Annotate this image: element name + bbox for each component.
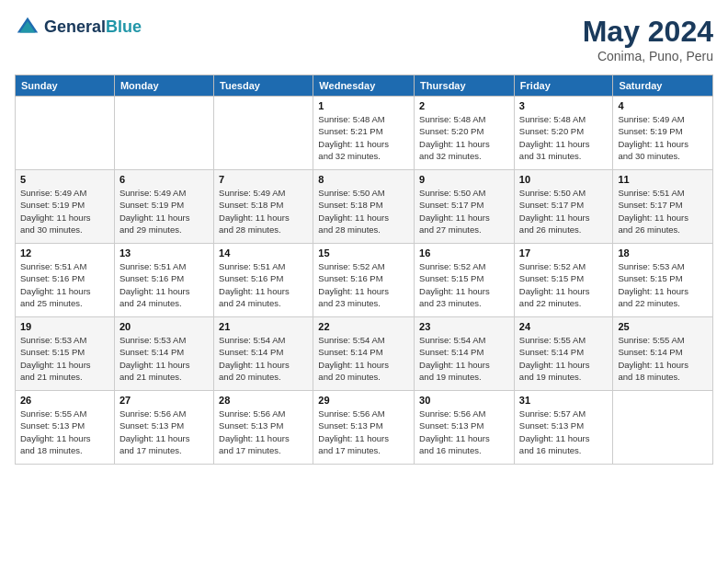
day-info: Sunrise: 5:56 AM Sunset: 5:13 PM Dayligh… <box>419 408 509 456</box>
calendar-cell: 16Sunrise: 5:52 AM Sunset: 5:15 PM Dayli… <box>415 244 515 317</box>
calendar-cell: 23Sunrise: 5:54 AM Sunset: 5:14 PM Dayli… <box>415 317 515 391</box>
calendar-cell: 26Sunrise: 5:55 AM Sunset: 5:13 PM Dayli… <box>16 391 115 465</box>
day-number: 17 <box>519 247 609 259</box>
day-number: 9 <box>419 174 509 185</box>
calendar-cell: 11Sunrise: 5:51 AM Sunset: 5:17 PM Dayli… <box>613 170 713 244</box>
day-number: 4 <box>618 100 708 111</box>
day-info: Sunrise: 5:48 AM Sunset: 5:20 PM Dayligh… <box>519 113 609 162</box>
calendar-cell: 17Sunrise: 5:52 AM Sunset: 5:15 PM Dayli… <box>514 244 613 317</box>
day-number: 31 <box>519 395 609 406</box>
calendar-cell: 14Sunrise: 5:51 AM Sunset: 5:16 PM Dayli… <box>214 244 313 317</box>
month-year: May 2024 <box>583 15 713 49</box>
day-number: 14 <box>219 247 308 259</box>
calendar-cell: 12Sunrise: 5:51 AM Sunset: 5:16 PM Dayli… <box>16 244 115 317</box>
location: Conima, Puno, Peru <box>583 49 713 63</box>
day-info: Sunrise: 5:53 AM Sunset: 5:14 PM Dayligh… <box>119 334 209 383</box>
day-number: 5 <box>20 174 109 185</box>
logo: GeneralBlue <box>15 15 142 40</box>
day-info: Sunrise: 5:56 AM Sunset: 5:13 PM Dayligh… <box>219 408 308 456</box>
weekday-header: Wednesday <box>313 75 415 97</box>
day-info: Sunrise: 5:51 AM Sunset: 5:17 PM Dayligh… <box>618 187 708 236</box>
day-info: Sunrise: 5:56 AM Sunset: 5:13 PM Dayligh… <box>318 408 409 456</box>
calendar-cell <box>114 97 213 170</box>
day-number: 20 <box>119 321 209 332</box>
day-info: Sunrise: 5:48 AM Sunset: 5:20 PM Dayligh… <box>419 113 509 162</box>
calendar-week-row: 12Sunrise: 5:51 AM Sunset: 5:16 PM Dayli… <box>16 244 713 317</box>
day-info: Sunrise: 5:55 AM Sunset: 5:14 PM Dayligh… <box>618 334 708 383</box>
day-number: 1 <box>318 100 409 111</box>
day-info: Sunrise: 5:54 AM Sunset: 5:14 PM Dayligh… <box>318 334 409 383</box>
calendar-cell: 24Sunrise: 5:55 AM Sunset: 5:14 PM Dayli… <box>514 317 613 391</box>
weekday-header: Monday <box>114 75 213 97</box>
day-info: Sunrise: 5:50 AM Sunset: 5:17 PM Dayligh… <box>419 187 509 236</box>
day-info: Sunrise: 5:49 AM Sunset: 5:19 PM Dayligh… <box>20 187 109 236</box>
calendar-cell <box>16 97 115 170</box>
calendar-cell: 20Sunrise: 5:53 AM Sunset: 5:14 PM Dayli… <box>114 317 213 391</box>
calendar-cell: 9Sunrise: 5:50 AM Sunset: 5:17 PM Daylig… <box>415 170 515 244</box>
calendar-week-row: 19Sunrise: 5:53 AM Sunset: 5:15 PM Dayli… <box>16 317 713 391</box>
day-number: 29 <box>318 395 409 406</box>
calendar-cell: 30Sunrise: 5:56 AM Sunset: 5:13 PM Dayli… <box>415 391 515 465</box>
day-number: 19 <box>20 321 109 332</box>
page-header: GeneralBlue May 2024 Conima, Puno, Peru <box>15 15 713 63</box>
weekday-header: Friday <box>514 75 613 97</box>
day-info: Sunrise: 5:50 AM Sunset: 5:18 PM Dayligh… <box>318 187 409 236</box>
day-info: Sunrise: 5:51 AM Sunset: 5:16 PM Dayligh… <box>20 260 109 309</box>
day-info: Sunrise: 5:53 AM Sunset: 5:15 PM Dayligh… <box>618 260 708 309</box>
day-info: Sunrise: 5:52 AM Sunset: 5:15 PM Dayligh… <box>519 260 609 309</box>
day-number: 11 <box>618 174 708 185</box>
day-number: 30 <box>419 395 509 406</box>
weekday-header: Thursday <box>415 75 515 97</box>
day-info: Sunrise: 5:53 AM Sunset: 5:15 PM Dayligh… <box>20 334 109 383</box>
calendar-cell: 7Sunrise: 5:49 AM Sunset: 5:18 PM Daylig… <box>214 170 313 244</box>
day-number: 15 <box>318 247 409 259</box>
day-info: Sunrise: 5:52 AM Sunset: 5:15 PM Dayligh… <box>419 260 509 309</box>
calendar-cell: 15Sunrise: 5:52 AM Sunset: 5:16 PM Dayli… <box>313 244 415 317</box>
calendar-table: SundayMondayTuesdayWednesdayThursdayFrid… <box>15 75 713 465</box>
day-info: Sunrise: 5:48 AM Sunset: 5:21 PM Dayligh… <box>318 113 409 162</box>
day-number: 8 <box>318 174 409 185</box>
day-number: 10 <box>519 174 609 185</box>
logo-text: GeneralBlue <box>44 18 142 37</box>
calendar-week-row: 1Sunrise: 5:48 AM Sunset: 5:21 PM Daylig… <box>16 97 713 170</box>
weekday-header: Sunday <box>16 75 115 97</box>
calendar-cell: 13Sunrise: 5:51 AM Sunset: 5:16 PM Dayli… <box>114 244 213 317</box>
calendar-cell: 21Sunrise: 5:54 AM Sunset: 5:14 PM Dayli… <box>214 317 313 391</box>
weekday-header: Saturday <box>613 75 713 97</box>
calendar-cell <box>613 391 713 465</box>
calendar-cell: 3Sunrise: 5:48 AM Sunset: 5:20 PM Daylig… <box>514 97 613 170</box>
calendar-cell: 27Sunrise: 5:56 AM Sunset: 5:13 PM Dayli… <box>114 391 213 465</box>
weekday-header-row: SundayMondayTuesdayWednesdayThursdayFrid… <box>16 75 713 97</box>
day-number: 2 <box>419 100 509 111</box>
calendar-cell: 8Sunrise: 5:50 AM Sunset: 5:18 PM Daylig… <box>313 170 415 244</box>
logo-icon <box>15 15 40 40</box>
day-info: Sunrise: 5:49 AM Sunset: 5:18 PM Dayligh… <box>219 187 308 236</box>
day-number: 25 <box>618 321 708 332</box>
day-info: Sunrise: 5:55 AM Sunset: 5:13 PM Dayligh… <box>20 408 109 456</box>
day-number: 27 <box>119 395 209 406</box>
calendar-cell: 2Sunrise: 5:48 AM Sunset: 5:20 PM Daylig… <box>415 97 515 170</box>
day-number: 24 <box>519 321 609 332</box>
day-number: 18 <box>618 247 708 259</box>
day-number: 6 <box>119 174 209 185</box>
day-info: Sunrise: 5:51 AM Sunset: 5:16 PM Dayligh… <box>119 260 209 309</box>
day-info: Sunrise: 5:52 AM Sunset: 5:16 PM Dayligh… <box>318 260 409 309</box>
day-info: Sunrise: 5:54 AM Sunset: 5:14 PM Dayligh… <box>219 334 308 383</box>
calendar-cell: 19Sunrise: 5:53 AM Sunset: 5:15 PM Dayli… <box>16 317 115 391</box>
calendar-cell: 29Sunrise: 5:56 AM Sunset: 5:13 PM Dayli… <box>313 391 415 465</box>
day-number: 12 <box>20 247 109 259</box>
title-block: May 2024 Conima, Puno, Peru <box>583 15 713 63</box>
weekday-header: Tuesday <box>214 75 313 97</box>
calendar-cell: 10Sunrise: 5:50 AM Sunset: 5:17 PM Dayli… <box>514 170 613 244</box>
calendar-cell: 22Sunrise: 5:54 AM Sunset: 5:14 PM Dayli… <box>313 317 415 391</box>
calendar-cell: 4Sunrise: 5:49 AM Sunset: 5:19 PM Daylig… <box>613 97 713 170</box>
calendar-week-row: 26Sunrise: 5:55 AM Sunset: 5:13 PM Dayli… <box>16 391 713 465</box>
day-number: 28 <box>219 395 308 406</box>
calendar-cell <box>214 97 313 170</box>
day-number: 21 <box>219 321 308 332</box>
day-info: Sunrise: 5:50 AM Sunset: 5:17 PM Dayligh… <box>519 187 609 236</box>
day-number: 22 <box>318 321 409 332</box>
day-info: Sunrise: 5:56 AM Sunset: 5:13 PM Dayligh… <box>119 408 209 456</box>
calendar-week-row: 5Sunrise: 5:49 AM Sunset: 5:19 PM Daylig… <box>16 170 713 244</box>
day-number: 16 <box>419 247 509 259</box>
